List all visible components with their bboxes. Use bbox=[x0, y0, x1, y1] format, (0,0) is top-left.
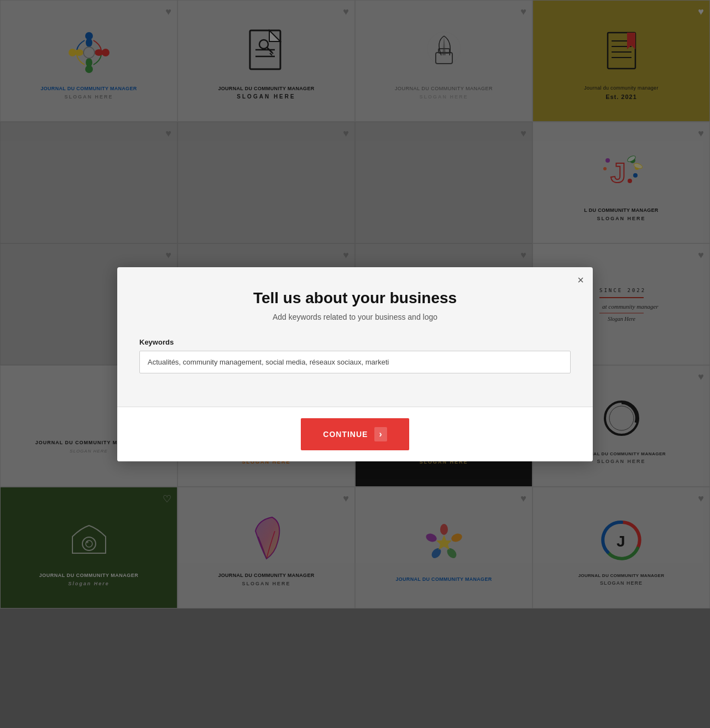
arrow-icon: › bbox=[374, 427, 387, 441]
modal-overlay: × Tell us about your business Add keywor… bbox=[0, 0, 710, 728]
continue-label: CONTINUE bbox=[323, 430, 368, 439]
modal-title: Tell us about your business bbox=[139, 289, 571, 307]
keywords-label: Keywords bbox=[139, 338, 571, 346]
modal-dialog: × Tell us about your business Add keywor… bbox=[117, 267, 593, 461]
close-button[interactable]: × bbox=[577, 274, 584, 287]
continue-button[interactable]: CONTINUE › bbox=[301, 418, 409, 450]
modal-footer: CONTINUE › bbox=[117, 407, 593, 461]
modal-body: Tell us about your business Add keywords… bbox=[117, 267, 593, 390]
modal-subtitle: Add keywords related to your business an… bbox=[139, 313, 571, 321]
modal-inner: × Tell us about your business Add keywor… bbox=[117, 267, 593, 461]
keywords-input[interactable] bbox=[139, 351, 571, 373]
